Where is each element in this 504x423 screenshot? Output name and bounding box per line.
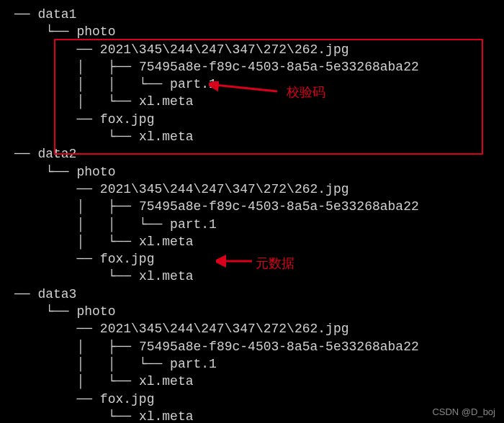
- tree-row-xlmeta: │ └── xl.meta: [14, 233, 504, 250]
- dir-name: photo: [76, 24, 115, 39]
- branch-glyph: ──: [76, 112, 99, 127]
- file-name: xl.meta: [139, 409, 194, 423]
- dir-name: photo: [76, 165, 115, 179]
- file-name: 75495a8e-f89c-4503-8a5a-5e33268aba22: [139, 199, 419, 214]
- tree-row-data2: ── data2: [14, 145, 504, 163]
- file-name: 75495a8e-f89c-4503-8a5a-5e33268aba22: [139, 340, 419, 354]
- branch-glyph: ──: [76, 322, 99, 336]
- tree-row-fox: ── fox.jpg: [14, 111, 504, 128]
- file-name: 2021\345\244\247\347\272\262.jpg: [100, 182, 349, 196]
- dir-name: photo: [76, 304, 115, 319]
- file-name: xl.meta: [139, 129, 194, 144]
- tree-row-uuid: │ ├── 75495a8e-f89c-4503-8a5a-5e33268aba…: [14, 338, 504, 355]
- file-name: part.1: [170, 217, 217, 232]
- file-name: xl.meta: [139, 374, 194, 388]
- branch-glyph: └──: [139, 77, 170, 91]
- branch-glyph: └──: [108, 269, 139, 283]
- file-name: 2021\345\244\247\347\272\262.jpg: [100, 322, 349, 336]
- branch-glyph: ──: [14, 147, 37, 161]
- dir-name: data3: [37, 287, 76, 301]
- watermark-text: CSDN @D_boj: [432, 406, 495, 419]
- branch-glyph: ──: [14, 287, 37, 301]
- tree-row-xlmeta2: └── xl.meta: [14, 128, 504, 145]
- tree-row-part: │ │ └── part.1: [14, 76, 504, 93]
- tree-row-photo: └── photo: [14, 23, 504, 40]
- tree-row-photo: └── photo: [14, 163, 504, 181]
- branch-glyph: └──: [139, 357, 170, 371]
- branch-glyph: ├──: [108, 60, 139, 74]
- annotation-checksum: 校验码: [287, 83, 325, 101]
- branch-glyph: ──: [76, 42, 99, 57]
- terminal-tree-output: ── data1 └── photo ── 2021\345\244\247\3…: [14, 6, 504, 423]
- tree-row-xlmeta: │ └── xl.meta: [14, 93, 504, 110]
- tree-row-data3: ── data3: [14, 286, 504, 303]
- file-name: part.1: [170, 77, 217, 91]
- tree-row-part: │ │ └── part.1: [14, 216, 504, 233]
- branch-glyph: └──: [108, 129, 139, 144]
- file-name: xl.meta: [139, 269, 194, 283]
- branch-glyph: └──: [108, 409, 139, 423]
- file-name: fox.jpg: [100, 112, 155, 127]
- file-name: fox.jpg: [100, 252, 155, 266]
- tree-row-uuid: │ ├── 75495a8e-f89c-4503-8a5a-5e33268aba…: [14, 58, 504, 76]
- branch-glyph: └──: [108, 374, 139, 388]
- tree-row-jpg: ── 2021\345\244\247\347\272\262.jpg: [14, 181, 504, 198]
- annotation-metadata: 元数据: [256, 255, 294, 272]
- tree-row-part: │ │ └── part.1: [14, 355, 504, 373]
- branch-glyph: ├──: [108, 199, 139, 214]
- file-name: 2021\345\244\247\347\272\262.jpg: [100, 42, 349, 57]
- file-name: part.1: [170, 357, 217, 371]
- tree-row-photo: └── photo: [14, 303, 504, 320]
- branch-glyph: ──: [76, 252, 99, 266]
- branch-glyph: └──: [108, 235, 139, 249]
- branch-glyph: └──: [45, 24, 76, 39]
- file-name: 75495a8e-f89c-4503-8a5a-5e33268aba22: [139, 60, 419, 74]
- tree-row-jpg: ── 2021\345\244\247\347\272\262.jpg: [14, 320, 504, 337]
- dir-name: data2: [37, 147, 76, 161]
- tree-row-jpg: ── 2021\345\244\247\347\272\262.jpg: [14, 41, 504, 58]
- branch-glyph: └──: [139, 217, 170, 232]
- dir-name: data1: [37, 7, 76, 22]
- tree-row-fox: ── fox.jpg: [14, 391, 504, 408]
- tree-row-xlmeta2: └── xl.meta: [14, 408, 504, 423]
- tree-row-uuid: │ ├── 75495a8e-f89c-4503-8a5a-5e33268aba…: [14, 198, 504, 215]
- file-name: fox.jpg: [100, 392, 155, 406]
- branch-glyph: └──: [45, 165, 76, 179]
- branch-glyph: ├──: [108, 340, 139, 354]
- branch-glyph: ──: [76, 182, 99, 196]
- branch-glyph: └──: [108, 94, 139, 109]
- tree-row-xlmeta: │ └── xl.meta: [14, 373, 504, 390]
- branch-glyph: └──: [45, 304, 76, 319]
- branch-glyph: ──: [14, 7, 37, 22]
- tree-row-data1: ── data1: [14, 6, 504, 23]
- file-name: xl.meta: [139, 94, 194, 109]
- file-name: xl.meta: [139, 235, 194, 249]
- branch-glyph: ──: [76, 392, 99, 406]
